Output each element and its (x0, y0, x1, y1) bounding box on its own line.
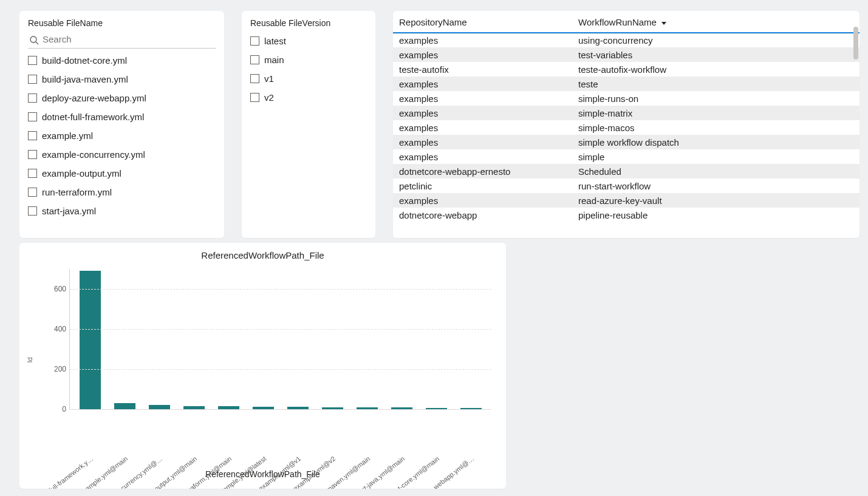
chart-gridline (70, 369, 491, 370)
filter-filename-item[interactable]: example.yml (28, 126, 216, 145)
filter-filename-label: example-output.yml (42, 168, 121, 178)
filter-filename-card: Reusable FileName build-dotnet-core.ymlb… (19, 11, 224, 238)
table-cell: examples (393, 135, 572, 149)
filter-fileversion-item[interactable]: v1 (250, 69, 367, 88)
checkbox[interactable] (250, 55, 259, 64)
workflow-runs-table[interactable]: RepositoryName WorkflowRunName examplesu… (393, 11, 859, 222)
table-cell: simple-matrix (572, 106, 859, 120)
chart-gridline (70, 329, 491, 330)
chart-y-tick: 200 (54, 365, 70, 373)
filter-fileversion-label: latest (264, 36, 286, 46)
table-cell: simple workflow dispatch (572, 135, 859, 149)
table-row[interactable]: examplesusing-concurrency (393, 33, 859, 47)
table-cell: examples (393, 120, 572, 135)
table-row[interactable]: teste-autofixteste-autofix-workflow (393, 62, 859, 76)
table-row[interactable]: examplesread-azure-key-vault (393, 193, 859, 208)
table-cell: examples (393, 149, 572, 164)
chart-title: ReferencedWorkflowPath_File (28, 250, 497, 260)
table-cell: examples (393, 76, 572, 91)
checkbox[interactable] (28, 93, 37, 103)
checkbox[interactable] (28, 75, 37, 84)
filter-filename-label: example-concurrency.yml (42, 149, 145, 160)
filter-fileversion-label: v1 (264, 73, 274, 84)
table-cell: dotnetcore-webapp (393, 208, 572, 222)
checkbox[interactable] (250, 74, 259, 83)
table-cell: teste (572, 76, 859, 91)
workflow-runs-table-card: RepositoryName WorkflowRunName examplesu… (393, 11, 859, 238)
filter-filename-label: run-terraform.yml (42, 187, 112, 197)
filter-filename-label: deploy-azure-webapp.yml (42, 93, 146, 103)
filter-filename-item[interactable]: build-java-maven.yml (28, 70, 216, 89)
table-row[interactable]: examplestest-variables (393, 47, 859, 62)
svg-line-1 (36, 42, 38, 44)
filter-fileversion-item[interactable]: latest (250, 32, 367, 50)
table-scrollbar[interactable] (853, 27, 858, 59)
chart-y-tick: 400 (54, 325, 70, 333)
filter-filename-item[interactable]: build-dotnet-core.yml (28, 51, 216, 70)
filter-filename-title: Reusable FileName (28, 18, 216, 28)
checkbox[interactable] (28, 131, 37, 140)
filter-filename-item[interactable]: dotnet-full-framework.yml (28, 107, 216, 126)
chart-bar[interactable] (80, 271, 101, 409)
table-header-workflowrunname[interactable]: WorkflowRunName (572, 11, 859, 32)
filter-fileversion-card: Reusable FileVersion latestmainv1v2 (242, 11, 375, 238)
chart-bar[interactable] (114, 403, 135, 409)
checkbox[interactable] (28, 112, 37, 121)
checkbox[interactable] (28, 150, 37, 159)
filter-fileversion-title: Reusable FileVersion (250, 18, 367, 28)
filter-fileversion-item[interactable]: main (250, 50, 367, 69)
search-input[interactable] (28, 34, 216, 44)
table-cell: examples (393, 193, 572, 208)
filter-filename-item[interactable]: start-java.yml (28, 202, 216, 220)
table-row[interactable]: dotnetcore-webapp-ernestoScheduled (393, 164, 859, 178)
checkbox[interactable] (28, 206, 37, 216)
chart-gridline (70, 289, 491, 290)
chart-area[interactable]: Id 0200400600 dotnet-full-framework.y…ex… (28, 264, 497, 464)
table-cell: simple-runs-on (572, 91, 859, 106)
search-icon (29, 35, 39, 45)
table-cell: pipeline-reusable (572, 208, 859, 222)
filter-filename-label: start-java.yml (42, 206, 96, 216)
filter-filename-list: build-dotnet-core.ymlbuild-java-maven.ym… (28, 51, 216, 220)
filter-fileversion-label: main (264, 55, 284, 65)
filter-filename-label: build-java-maven.yml (42, 74, 128, 84)
table-row[interactable]: examplessimple-matrix (393, 106, 859, 120)
table-cell: simple (572, 149, 859, 164)
table-row[interactable]: examplesteste (393, 76, 859, 91)
checkbox[interactable] (28, 188, 37, 197)
table-cell: simple-macos (572, 120, 859, 135)
checkbox[interactable] (250, 93, 259, 102)
filter-filename-item[interactable]: example-concurrency.yml (28, 145, 216, 164)
table-row[interactable]: petclinicrun-start-workflow (393, 178, 859, 193)
table-cell: examples (393, 91, 572, 106)
filter-filename-label: example.yml (42, 131, 93, 141)
table-header-repositoryname[interactable]: RepositoryName (393, 11, 572, 32)
table-row[interactable]: dotnetcore-webapppipeline-reusable (393, 208, 859, 222)
filter-fileversion-item[interactable]: v2 (250, 88, 367, 107)
checkbox[interactable] (250, 36, 259, 46)
chart-gridline (70, 409, 491, 410)
filter-fileversion-list: latestmainv1v2 (250, 32, 367, 107)
filter-filename-label: dotnet-full-framework.yml (42, 112, 144, 122)
table-cell: read-azure-key-vault (572, 193, 859, 208)
table-cell: examples (393, 47, 572, 62)
filter-filename-item[interactable]: deploy-azure-webapp.yml (28, 89, 216, 107)
chart-bar[interactable] (149, 405, 170, 409)
table-row[interactable]: examplessimple workflow dispatch (393, 135, 859, 149)
table-row[interactable]: examplessimple (393, 149, 859, 164)
filter-filename-item[interactable]: example-output.yml (28, 164, 216, 183)
table-row[interactable]: examplessimple-runs-on (393, 91, 859, 106)
filter-filename-item[interactable]: run-terraform.yml (28, 183, 216, 202)
table-cell: test-variables (572, 47, 859, 62)
table-cell: run-start-workflow (572, 178, 859, 193)
sort-desc-icon (661, 22, 666, 25)
filter-filename-label: build-dotnet-core.yml (42, 55, 127, 66)
table-row[interactable]: examplessimple-macos (393, 120, 859, 135)
table-cell: using-concurrency (572, 33, 859, 47)
checkbox[interactable] (28, 56, 37, 65)
table-cell: petclinic (393, 178, 572, 193)
search-wrap (28, 32, 216, 49)
checkbox[interactable] (28, 169, 37, 178)
table-cell: examples (393, 33, 572, 47)
chart-plot: 0200400600 (69, 269, 491, 410)
